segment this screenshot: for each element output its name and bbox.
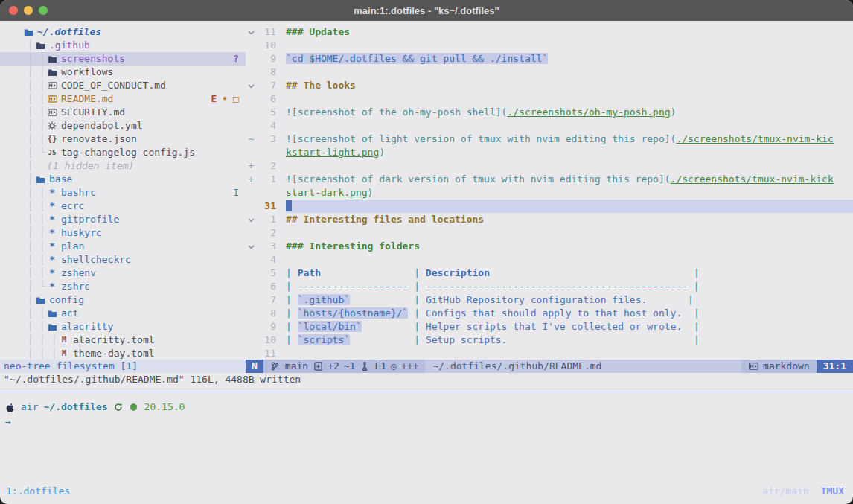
tree-item[interactable]: ││*bashrcI (0, 186, 246, 200)
neotree-sidebar[interactable]: ~/.dotfiles│.github││screenshots?││workf… (0, 21, 246, 360)
tree-item[interactable]: ││*ecrc (0, 200, 246, 213)
tree-item[interactable]: │config (0, 293, 246, 307)
prompt-arrow[interactable]: → (5, 415, 853, 429)
editor-line[interactable]: 31 (246, 200, 853, 213)
editor-line[interactable]: start-dark.png) (246, 186, 853, 200)
tree-item[interactable]: ││screenshots? (0, 52, 246, 66)
editor-line[interactable]: 11### Updates (246, 25, 853, 39)
line-number: 6 (257, 92, 276, 106)
tree-item[interactable]: ││*zshenv (0, 267, 246, 280)
editor-line[interactable]: +1![screenshot of dark version of tmux w… (246, 173, 853, 186)
tree-item-label: dependabot.yml (61, 119, 143, 133)
editor-line[interactable]: 10 (246, 39, 853, 52)
line-number: 1 (257, 213, 276, 226)
tree-item[interactable]: │.github (0, 39, 246, 52)
folder-icon (47, 322, 57, 332)
editor-line[interactable]: 8 (246, 66, 853, 79)
editor-line[interactable]: ~3![screenshot of light version of tmux … (246, 133, 853, 146)
editor-line[interactable]: 5| Path | Description | (246, 267, 853, 280)
tmux-pane-divider[interactable] (0, 392, 853, 392)
status-badge: • (222, 92, 228, 106)
tree-guide: │ (28, 226, 33, 240)
tree-item-label: config (49, 293, 84, 307)
editor-line[interactable]: 2 (246, 226, 853, 240)
tree-guide: │ (28, 92, 33, 106)
fold-chevron-icon[interactable] (246, 213, 257, 226)
editor-line[interactable]: +2 (246, 159, 853, 173)
editor-line[interactable]: 9| `local/bin` | Helper scripts that I'v… (246, 320, 853, 334)
tree-item[interactable]: ││{}renovate.json (0, 133, 246, 146)
line-number: 9 (257, 320, 276, 334)
tree-item[interactable]: ~/.dotfiles (0, 25, 246, 39)
tree-guide: │ (28, 52, 33, 66)
dotfile-star-icon: * (47, 201, 57, 211)
tree-item-label: plan (61, 240, 84, 253)
line-number: 2 (257, 159, 276, 173)
line-number: 4 (257, 119, 276, 133)
tree-item[interactable]: ││CODE_OF_CONDUCT.md (0, 79, 246, 92)
editor-line[interactable]: 10| `scripts` | Setup scripts. | (246, 334, 853, 347)
tree-item-label: alacritty (61, 320, 113, 334)
tmux-session-tab[interactable]: 1:.dotfiles (6, 485, 70, 497)
tree-item-label: zshenv (61, 267, 96, 280)
tree-item[interactable]: ││act (0, 307, 246, 320)
line-text (286, 159, 853, 173)
tree-item[interactable]: ││dependabot.yml (0, 119, 246, 133)
line-number: 11 (257, 25, 276, 39)
editor-line[interactable]: 4 (246, 253, 853, 267)
editor-line[interactable]: 11 (246, 347, 853, 360)
shell-pane[interactable]: air ~/.dotfiles 20.15.0 → (0, 386, 853, 482)
status-badge: I (233, 186, 239, 200)
tree-item-label: .github (49, 39, 90, 52)
folder-icon (47, 54, 57, 64)
git-sign (246, 280, 257, 293)
tree-item[interactable]: ││*plan (0, 240, 246, 253)
editor-line[interactable]: 5![screenshot of the oh-my-posh shell](.… (246, 106, 853, 119)
line-number: 8 (257, 307, 276, 320)
git-sign (246, 347, 257, 360)
fold-chevron-icon[interactable] (246, 79, 257, 92)
tmux-user-host: air/main (762, 485, 809, 497)
fold-chevron-icon[interactable] (246, 25, 257, 39)
editor-line[interactable]: 3### Interesting folders (246, 240, 853, 253)
tree-item[interactable]: ││README.mdE•□ (0, 92, 246, 106)
editor-line[interactable]: 6 (246, 92, 853, 106)
editor-line[interactable]: kstart-light.png) (246, 146, 853, 159)
line-text (286, 226, 853, 240)
tree-item[interactable]: │││Malacritty.toml (0, 334, 246, 347)
tree-item[interactable]: ││workflows (0, 66, 246, 79)
cursor-line-text (286, 200, 853, 213)
git-branch-name: main (285, 360, 308, 373)
fold-chevron-icon[interactable] (246, 240, 257, 253)
line-text: `cd $HOME/.dotfiles && git pull && ./ins… (286, 52, 853, 66)
file-diff-icon (313, 361, 323, 371)
line-number: 9 (257, 52, 276, 66)
editor-line[interactable]: 7| `.github` | GitHub Repository configu… (246, 293, 853, 307)
tree-item[interactable]: ││*shellcheckrc (0, 253, 246, 267)
tree-item[interactable]: ││SECURITY.md (0, 106, 246, 119)
tree-item[interactable]: ││alacritty (0, 320, 246, 334)
line-number: 7 (257, 79, 276, 92)
tree-item[interactable]: │││Mtheme-day.toml (0, 347, 246, 360)
line-text (286, 119, 853, 133)
git-sign (246, 200, 257, 213)
tree-item[interactable]: │└JStag-changelog-config.js (0, 146, 246, 159)
tree-item[interactable]: │base (0, 173, 246, 186)
line-number: 3 (257, 240, 276, 253)
editor-line[interactable]: 6| ------------------- | ---------------… (246, 280, 853, 293)
editor-line[interactable]: 9`cd $HOME/.dotfiles && git pull && ./in… (246, 52, 853, 66)
editor-line[interactable]: 7## The looks (246, 79, 853, 92)
line-number: 11 (257, 347, 276, 360)
tree-item[interactable]: │(1 hidden item) (0, 159, 246, 173)
tree-item[interactable]: ││*huskyrc (0, 226, 246, 240)
tree-item[interactable]: │└*zshrc (0, 280, 246, 293)
git-sign (246, 226, 257, 240)
editor-line[interactable]: 8| `hosts/{hostname}/` | Configs that sh… (246, 307, 853, 320)
tree-guide: │ (39, 226, 45, 240)
editor-line[interactable]: 1## Interesting files and locations (246, 213, 853, 226)
tree-item[interactable]: ││*gitprofile (0, 213, 246, 226)
editor-buffer[interactable]: 11### Updates109`cd $HOME/.dotfiles && g… (246, 21, 853, 360)
editor-line[interactable]: 4 (246, 119, 853, 133)
tree-guide: │ (28, 159, 33, 173)
title-bar[interactable]: main:1:.dotfiles - "ks~/.dotfiles" (0, 0, 853, 21)
